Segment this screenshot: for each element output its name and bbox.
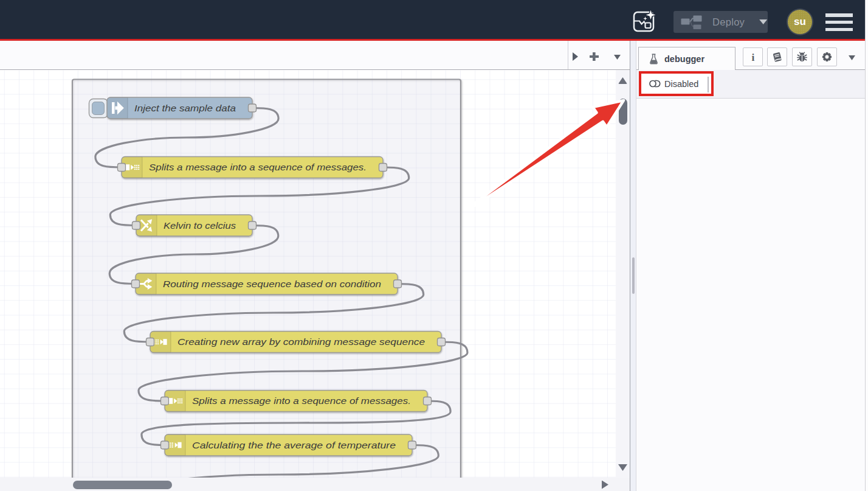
output-port[interactable] bbox=[438, 338, 446, 346]
settings-button[interactable] bbox=[817, 47, 837, 66]
output-port[interactable] bbox=[249, 221, 257, 229]
debug-messages-panel bbox=[636, 99, 865, 491]
header: Deploy su bbox=[0, 0, 865, 39]
info-button[interactable]: i bbox=[743, 47, 763, 66]
gear-icon bbox=[821, 50, 833, 63]
node-red-editor: Deploy su bbox=[0, 0, 868, 491]
ai-flow-icon bbox=[633, 10, 657, 33]
scroll-up-arrow-icon[interactable] bbox=[618, 77, 627, 84]
input-port[interactable] bbox=[118, 164, 126, 172]
output-port[interactable] bbox=[394, 280, 402, 288]
flow-node-join[interactable]: Creating new array by combining message … bbox=[146, 332, 446, 353]
flow-node-inject[interactable]: Inject the sample data bbox=[89, 97, 257, 119]
menu-bar-icon bbox=[825, 28, 853, 32]
output-port[interactable] bbox=[408, 441, 416, 449]
ai-assistant-button[interactable] bbox=[633, 10, 655, 32]
deploy-button[interactable]: Deploy bbox=[673, 11, 768, 33]
sidebar-separator[interactable] bbox=[630, 41, 636, 491]
flow-canvas[interactable]: Inject the sample dataSplits a message i… bbox=[0, 70, 630, 491]
inject-button-inner bbox=[92, 102, 105, 115]
menu-bar-icon bbox=[825, 21, 853, 24]
info-icon: i bbox=[747, 51, 759, 63]
user-avatar[interactable]: su bbox=[788, 10, 812, 34]
main-menu-button[interactable] bbox=[825, 13, 853, 31]
node-label: Creating new array by combining message … bbox=[177, 337, 425, 347]
tab-bar-separator bbox=[568, 41, 568, 69]
output-port[interactable] bbox=[424, 397, 432, 405]
separator-scrollbar-thumb[interactable] bbox=[632, 257, 635, 294]
sidebar-menu-caret-icon[interactable] bbox=[849, 55, 855, 60]
flow-node-join[interactable]: Calculating the the average of temperatu… bbox=[161, 434, 416, 456]
input-port[interactable] bbox=[161, 397, 169, 405]
node-label: Inject the sample data bbox=[134, 103, 236, 113]
join-icon bbox=[168, 442, 182, 448]
deploy-button-label: Deploy bbox=[712, 16, 745, 28]
flow-graph: Inject the sample dataSplits a message i… bbox=[0, 70, 630, 491]
window-scrollbar-track[interactable] bbox=[865, 0, 868, 491]
scroll-tabs-right-button[interactable] bbox=[573, 52, 578, 61]
debug-button[interactable] bbox=[792, 47, 812, 66]
flow-node-change[interactable]: Kelvin to celcius bbox=[133, 215, 257, 236]
debugger-tab-label: debugger bbox=[664, 54, 704, 64]
workspace-tab-bar bbox=[0, 41, 630, 70]
output-port[interactable] bbox=[249, 104, 257, 112]
output-port[interactable] bbox=[379, 164, 387, 172]
vertical-scrollbar[interactable] bbox=[616, 70, 630, 478]
annotation-highlight-box bbox=[639, 71, 714, 96]
menu-bar-icon bbox=[825, 13, 853, 17]
flow-node-switch[interactable]: Routing message sequence based on condit… bbox=[132, 273, 402, 294]
input-port[interactable] bbox=[161, 441, 169, 449]
avatar-initials: su bbox=[794, 16, 806, 28]
add-flow-button[interactable] bbox=[590, 52, 599, 61]
deploy-flows-icon bbox=[680, 11, 704, 33]
node-label: Kelvin to celcius bbox=[164, 221, 236, 231]
node-label: Calculating the the average of temperatu… bbox=[192, 441, 396, 450]
flow-list-caret-icon[interactable] bbox=[614, 55, 621, 60]
bug-icon bbox=[796, 50, 808, 63]
join-icon bbox=[154, 339, 167, 345]
input-port[interactable] bbox=[146, 338, 154, 346]
input-port[interactable] bbox=[132, 280, 140, 288]
book-icon bbox=[771, 51, 784, 63]
tab-debugger[interactable]: debugger bbox=[638, 47, 735, 70]
node-label: Splits a message into a sequence of mess… bbox=[192, 396, 411, 406]
vertical-scrollbar-thumb[interactable] bbox=[619, 99, 627, 125]
sidebar: debugger i bbox=[636, 41, 865, 491]
help-button[interactable] bbox=[767, 47, 787, 66]
horizontal-scrollbar[interactable] bbox=[0, 478, 630, 491]
sidebar-tab-strip: debugger i bbox=[636, 41, 865, 70]
flow-node-split[interactable]: Splits a message into a sequence of mess… bbox=[161, 391, 432, 412]
horizontal-scrollbar-thumb[interactable] bbox=[73, 481, 172, 489]
scroll-right-arrow-icon[interactable] bbox=[602, 481, 608, 489]
flask-icon bbox=[649, 54, 659, 64]
input-port[interactable] bbox=[133, 221, 140, 229]
svg-text:i: i bbox=[751, 51, 754, 63]
flow-node-split[interactable]: Splits a message into a sequence of mess… bbox=[118, 157, 387, 178]
deploy-options-caret-icon[interactable] bbox=[759, 19, 767, 24]
node-label: Splits a message into a sequence of mess… bbox=[149, 162, 367, 172]
scroll-down-arrow-icon[interactable] bbox=[618, 464, 627, 471]
node-label: Routing message sequence based on condit… bbox=[163, 279, 381, 289]
